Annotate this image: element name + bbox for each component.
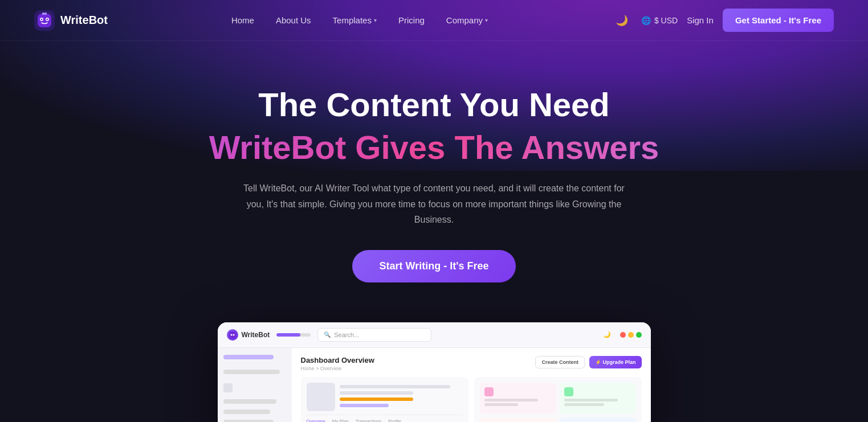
- logo-link[interactable]: WriteBot: [34, 10, 108, 31]
- db-tab-transactions[interactable]: Transactions: [356, 419, 382, 422]
- start-writing-button[interactable]: Start Writing - It's Free: [352, 250, 516, 282]
- dashboard-preview: WriteBot 🔍 Search... 🌙: [0, 322, 868, 422]
- hero-section: The Content You Need WriteBot Gives The …: [0, 41, 868, 311]
- db-card-text-lines: [340, 383, 463, 411]
- db-title-block: Dashboard Overview Home > Overview: [301, 356, 374, 371]
- db-minimize-dot: [628, 332, 634, 338]
- db-content-grid: Overview My Plan Transactions Profile 🤖: [301, 377, 642, 422]
- db-sidebar-item: [223, 355, 274, 359]
- svg-rect-8: [229, 331, 236, 338]
- db-upgrade-btn[interactable]: ⚡ Upgrade Plan: [589, 356, 642, 368]
- currency-label: $ USD: [654, 16, 678, 25]
- svg-rect-6: [42, 13, 44, 15]
- hero-title-line1: The Content You Need: [23, 87, 845, 123]
- db-close-dot: [620, 332, 626, 338]
- db-tab-profile[interactable]: Profile: [388, 419, 401, 422]
- svg-point-9: [230, 334, 232, 335]
- db-mini-cards-grid: [480, 383, 636, 422]
- db-logo-icon: [227, 329, 238, 341]
- nav-right: 🌙 🌐 $ USD Sign In Get Started - It's Fre…: [612, 9, 834, 32]
- db-logo: WriteBot: [227, 329, 270, 341]
- db-main-content: Dashboard Overview Home > Overview Creat…: [292, 348, 651, 422]
- db-sidebar-item: [223, 370, 280, 374]
- db-card-left: Overview My Plan Transactions Profile 🤖: [301, 377, 468, 422]
- db-tab-overview[interactable]: Overview: [307, 419, 325, 422]
- db-sidebar-item: [223, 399, 277, 404]
- db-search-box[interactable]: 🔍 Search...: [317, 328, 431, 342]
- dashboard-frame: WriteBot 🔍 Search... 🌙: [218, 322, 651, 422]
- nav-pricing[interactable]: Pricing: [389, 11, 434, 30]
- db-actions: Create Content ⚡ Upgrade Plan: [535, 356, 641, 368]
- db-thumbnail: [307, 383, 335, 411]
- db-sidebar-arrow: [223, 383, 233, 392]
- company-chevron-icon: ▾: [485, 17, 488, 23]
- db-maximize-dot: [636, 332, 642, 338]
- db-mini-card-green: [560, 383, 636, 414]
- db-tab-myplan[interactable]: My Plan: [332, 419, 349, 422]
- db-card-right: [474, 377, 642, 422]
- db-header-row: Dashboard Overview Home > Overview Creat…: [301, 356, 642, 371]
- db-create-content-btn[interactable]: Create Content: [535, 356, 585, 368]
- svg-point-10: [233, 334, 234, 335]
- svg-point-5: [47, 18, 48, 20]
- db-card-content: [307, 383, 463, 411]
- svg-rect-7: [44, 13, 47, 15]
- nav-about[interactable]: About Us: [267, 11, 320, 30]
- db-mini-card-blue: [560, 417, 636, 422]
- nav-templates[interactable]: Templates ▾: [324, 11, 386, 30]
- hero-title-line2: WriteBot Gives The Answers: [23, 128, 845, 167]
- templates-chevron-icon: ▾: [374, 17, 377, 23]
- sign-in-button[interactable]: Sign In: [687, 15, 714, 25]
- nav-company[interactable]: Company ▾: [437, 11, 497, 30]
- db-sidebar-item: [223, 409, 271, 414]
- moon-icon: 🌙: [616, 14, 628, 27]
- navbar: WriteBot Home About Us Templates ▾ Prici…: [0, 0, 868, 41]
- nav-links: Home About Us Templates ▾ Pricing Compan…: [222, 11, 497, 30]
- nav-home[interactable]: Home: [222, 11, 263, 30]
- search-icon: 🔍: [324, 331, 331, 338]
- dark-mode-toggle[interactable]: 🌙: [612, 10, 632, 31]
- hero-description: Tell WriteBot, our AI Writer Tool what t…: [235, 181, 634, 227]
- dashboard-topbar: WriteBot 🔍 Search... 🌙: [218, 322, 651, 348]
- flag-icon: 🌐: [641, 16, 651, 25]
- db-tabs-row: Overview My Plan Transactions Profile: [307, 415, 463, 422]
- db-mini-dot: [484, 387, 494, 396]
- logo-text: WriteBot: [60, 14, 108, 27]
- db-sidebar-item: [223, 420, 274, 422]
- get-started-button[interactable]: Get Started - It's Free: [723, 9, 834, 32]
- db-mini-card-red: [480, 417, 556, 422]
- svg-point-4: [41, 18, 43, 20]
- language-currency-btn[interactable]: 🌐 $ USD: [641, 16, 678, 25]
- db-mini-card-pink: [480, 383, 556, 414]
- db-sidebar: [218, 348, 292, 422]
- dashboard-body: Dashboard Overview Home > Overview Creat…: [218, 348, 651, 422]
- svg-rect-1: [38, 14, 51, 27]
- logo-icon: [34, 10, 55, 31]
- db-moon-icon: 🌙: [603, 331, 611, 338]
- db-top-icons: 🌙: [603, 331, 642, 338]
- db-mini-dot: [564, 387, 573, 396]
